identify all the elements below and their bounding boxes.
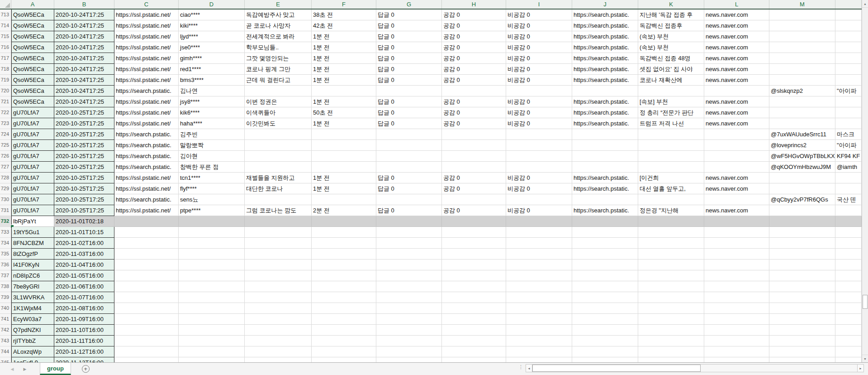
cell-K733[interactable] <box>638 227 704 238</box>
cell-J715[interactable]: https://search.pstatic. <box>572 31 638 42</box>
cell-D716[interactable]: jse0**** <box>179 42 245 53</box>
cell-E719[interactable]: 근데 뭐 걸린다고 <box>245 75 312 86</box>
cell-E742[interactable] <box>245 325 312 336</box>
cell-I721[interactable]: 비공감 0 <box>506 96 572 107</box>
cell-E740[interactable] <box>245 303 312 314</box>
cell-G740[interactable] <box>376 303 442 314</box>
cell-G723[interactable]: 답글 0 <box>376 118 442 129</box>
cell-E727[interactable] <box>245 162 312 173</box>
cell-K716[interactable]: (속보) 부천 <box>638 42 704 53</box>
cell-D724[interactable]: 김주빈 <box>179 129 245 140</box>
cell-N731[interactable] <box>835 205 862 216</box>
cell-F731[interactable]: 2분 전 <box>312 205 376 216</box>
cell-I740[interactable] <box>506 303 572 314</box>
cell-F745[interactable] <box>312 357 376 362</box>
cell-A744[interactable]: ALoxzqWp <box>11 346 54 357</box>
cell-C728[interactable]: https://ssl.pstatic.net/ <box>114 173 179 183</box>
cell-G739[interactable] <box>376 292 442 303</box>
cell-G719[interactable]: 답글 0 <box>376 75 442 86</box>
row-header-730[interactable]: 730 <box>0 194 11 205</box>
cell-H725[interactable] <box>442 140 506 151</box>
row-header-742[interactable]: 742 <box>0 325 11 336</box>
cell-L734[interactable] <box>704 238 769 249</box>
cell-M716[interactable] <box>769 42 835 53</box>
cell-K738[interactable] <box>638 281 704 292</box>
cell-B724[interactable]: 2020-10-25T17:25 <box>54 129 114 140</box>
cell-L744[interactable] <box>704 346 769 357</box>
cell-H727[interactable] <box>442 162 506 173</box>
cell-K744[interactable] <box>638 346 704 357</box>
cell-M717[interactable] <box>769 53 835 64</box>
cell-I741[interactable] <box>506 314 572 325</box>
cell-J720[interactable] <box>572 86 638 96</box>
cell-A730[interactable]: gU70LfA7 <box>11 194 54 205</box>
cell-K719[interactable]: 코로나 재확산에 <box>638 75 704 86</box>
cell-K728[interactable]: [이건희 <box>638 173 704 183</box>
cell-K729[interactable]: 대선 열흘 앞두고, <box>638 183 704 194</box>
cell-H742[interactable] <box>442 325 506 336</box>
cell-I718[interactable]: 비공감 0 <box>506 64 572 75</box>
cell-I743[interactable] <box>506 336 572 346</box>
cell-E726[interactable] <box>245 151 312 162</box>
cell-B736[interactable]: 2020-11-04T16:00 <box>54 260 114 270</box>
cell-I730[interactable] <box>506 194 572 205</box>
cell-J743[interactable] <box>572 336 638 346</box>
col-header-J[interactable]: J <box>572 0 638 9</box>
cell-M722[interactable] <box>769 107 835 118</box>
cell-G727[interactable] <box>376 162 442 173</box>
cell-L743[interactable] <box>704 336 769 346</box>
cell-J736[interactable] <box>572 260 638 270</box>
cell-B718[interactable]: 2020-10-24T17:25 <box>54 64 114 75</box>
cell-C742[interactable] <box>114 325 179 336</box>
cell-L721[interactable]: news.naver.com <box>704 96 769 107</box>
row-header-732[interactable]: 732 <box>0 216 11 227</box>
cell-D726[interactable]: 김아현 <box>179 151 245 162</box>
cell-N715[interactable] <box>835 31 862 42</box>
cell-E741[interactable] <box>245 314 312 325</box>
cell-C736[interactable] <box>114 260 179 270</box>
cell-G713[interactable]: 답글 0 <box>376 10 442 20</box>
cell-I734[interactable] <box>506 238 572 249</box>
cell-G728[interactable]: 답글 0 <box>376 173 442 183</box>
cell-K721[interactable]: [속보] 부천 <box>638 96 704 107</box>
cell-A716[interactable]: QsoW5ECa <box>11 42 54 53</box>
col-header-B[interactable]: B <box>54 0 114 9</box>
cell-G722[interactable]: 답글 0 <box>376 107 442 118</box>
cell-E744[interactable] <box>245 346 312 357</box>
cell-K718[interactable]: 셋집 없어요' 집 사야 <box>638 64 704 75</box>
cell-G736[interactable] <box>376 260 442 270</box>
cell-D725[interactable]: 말랑뽀짝 <box>179 140 245 151</box>
cell-C738[interactable] <box>114 281 179 292</box>
cell-N728[interactable] <box>835 173 862 183</box>
cell-H714[interactable]: 공감 0 <box>442 20 506 31</box>
cell-M720[interactable]: @slskqnzp2 <box>769 86 835 96</box>
cell-F743[interactable] <box>312 336 376 346</box>
cell-I715[interactable]: 비공감 0 <box>506 31 572 42</box>
cell-K714[interactable]: 독감백신 접종후 <box>638 20 704 31</box>
cell-F738[interactable] <box>312 281 376 292</box>
row-header-734[interactable]: 734 <box>0 238 11 249</box>
row-header-720[interactable]: 720 <box>0 86 11 96</box>
cell-K732[interactable] <box>638 216 704 227</box>
cell-H743[interactable] <box>442 336 506 346</box>
cell-E718[interactable]: 코로나 핑계 그만 <box>245 64 312 75</box>
cell-D739[interactable] <box>179 292 245 303</box>
cell-J738[interactable] <box>572 281 638 292</box>
vertical-scrollbar[interactable]: ▲ ▼ <box>862 0 868 362</box>
cell-E724[interactable] <box>245 129 312 140</box>
cell-E734[interactable] <box>245 238 312 249</box>
cell-F718[interactable]: 1분 전 <box>312 64 376 75</box>
cell-D722[interactable]: kik6**** <box>179 107 245 118</box>
cell-M741[interactable] <box>769 314 835 325</box>
cell-D713[interactable]: ciao**** <box>179 10 245 20</box>
col-header-A[interactable]: A <box>11 0 54 9</box>
cell-J726[interactable] <box>572 151 638 162</box>
cell-F726[interactable] <box>312 151 376 162</box>
row-header-717[interactable]: 717 <box>0 53 11 64</box>
cell-D737[interactable] <box>179 270 245 281</box>
cell-G745[interactable] <box>376 357 442 362</box>
cell-L716[interactable]: news.naver.com <box>704 42 769 53</box>
cell-F744[interactable] <box>312 346 376 357</box>
cell-N734[interactable] <box>835 238 862 249</box>
cell-L729[interactable]: news.naver.com <box>704 183 769 194</box>
